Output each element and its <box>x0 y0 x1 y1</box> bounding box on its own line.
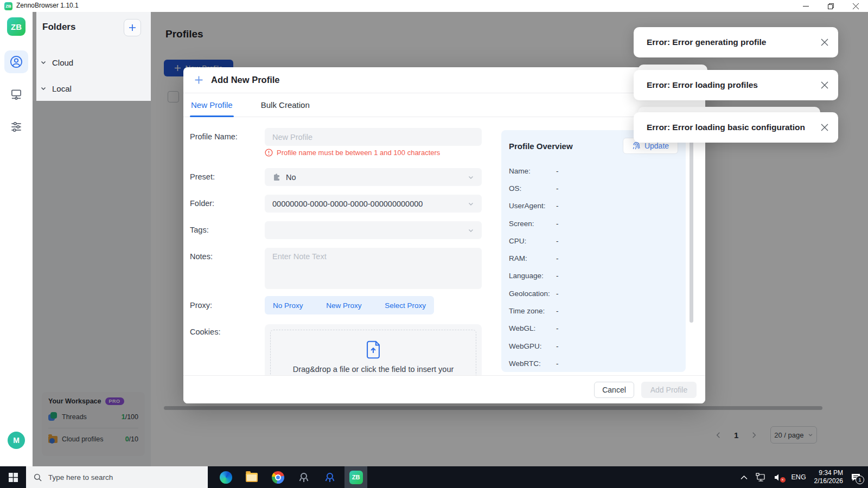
overview-key: UserAgent: <box>509 202 556 210</box>
proxy-option-select-proxy[interactable]: Select Proxy <box>385 301 426 310</box>
chevron-down-icon <box>468 201 474 207</box>
brand-logo[interactable]: ZB <box>7 17 25 36</box>
close-icon <box>821 81 828 89</box>
date: 2/16/2026 <box>814 477 843 485</box>
close-icon <box>821 38 828 46</box>
language-indicator[interactable]: ENG <box>792 473 806 481</box>
toast-close-button[interactable] <box>821 124 828 131</box>
tray-chevron-up-icon[interactable] <box>741 475 748 480</box>
system-tray: × ENG 9:34 PM 2/16/2026 1 <box>741 466 868 488</box>
overview-value: - <box>556 342 559 350</box>
title-bar: ZB ZennoBrowser 1.10.1 <box>0 0 868 12</box>
preset-select[interactable]: No <box>265 168 482 186</box>
toast-close-button[interactable] <box>821 81 828 89</box>
browser-app-icon <box>298 471 310 483</box>
overview-value: - <box>556 254 559 262</box>
windows-logo-icon <box>9 473 18 482</box>
overview-key: WebRTC: <box>509 359 556 368</box>
overview-value: - <box>556 307 559 315</box>
chevron-down-icon <box>468 174 474 181</box>
toast-error-generating-profile: Error: Error generating profile <box>634 27 838 57</box>
overview-key: WebGL: <box>509 324 556 332</box>
chrome-icon <box>272 471 284 484</box>
edge-icon <box>220 471 232 484</box>
overview-key: Language: <box>509 272 556 280</box>
folder-item-cloud[interactable]: Cloud <box>40 55 143 70</box>
add-profile-button[interactable]: Add Profile <box>641 382 697 398</box>
restore-icon <box>828 3 834 9</box>
nav-profiles[interactable] <box>4 50 28 73</box>
profile-name-error: Profile name must be between 1 and 100 c… <box>265 149 440 157</box>
proxy-option-new-proxy[interactable]: New Proxy <box>326 301 361 310</box>
taskbar-edge[interactable] <box>214 466 237 488</box>
minimize-button[interactable] <box>793 0 818 12</box>
folder-value: 00000000-0000-0000-0000-000000000000 <box>272 200 423 208</box>
tags-label: Tags: <box>190 226 209 234</box>
file-upload-icon <box>365 341 381 359</box>
proxy-label: Proxy: <box>190 301 212 310</box>
overview-row: Geolocation:- <box>509 285 678 302</box>
plus-icon <box>194 75 203 85</box>
overview-row: WebGPU:- <box>509 337 678 355</box>
modal-title: Add New Profile <box>211 75 280 85</box>
cancel-button[interactable]: Cancel <box>594 382 634 398</box>
zb-icon: ZB <box>349 471 363 484</box>
toast-close-button[interactable] <box>821 38 828 46</box>
overview-value: - <box>556 324 559 332</box>
file-explorer-icon <box>246 473 258 482</box>
taskbar-apps: ZB <box>214 466 367 488</box>
modal-header: Add New Profile <box>183 67 705 93</box>
taskbar-explorer[interactable] <box>240 466 263 488</box>
icon-rail: ZB M <box>0 12 33 466</box>
close-icon <box>821 124 828 131</box>
app-logo-icon: ZB <box>4 2 12 10</box>
overview-value: - <box>556 272 559 280</box>
taskbar-app-blue[interactable] <box>318 466 341 488</box>
restore-button[interactable] <box>818 0 843 12</box>
overview-value: - <box>556 202 559 210</box>
volume-muted[interactable]: × <box>774 473 783 481</box>
tab-bulk-creation[interactable]: Bulk Creation <box>260 100 311 117</box>
taskbar-app-gray[interactable] <box>292 466 315 488</box>
network-icon[interactable] <box>756 473 766 482</box>
folder-item-local[interactable]: Local <box>40 81 143 96</box>
overview-row: WebRTC:- <box>509 355 678 372</box>
overview-row: WebGL:- <box>509 320 678 337</box>
overview-row: Name:- <box>509 162 678 179</box>
notes-label: Notes: <box>190 252 213 261</box>
profile-name-input[interactable] <box>265 128 482 146</box>
taskbar-chrome[interactable] <box>266 466 289 488</box>
dropzone-text: Drag&drop a file or click the field to i… <box>281 365 465 374</box>
folder-select[interactable]: 00000000-0000-0000-0000-000000000000 <box>265 195 482 213</box>
tab-new-profile[interactable]: New Profile <box>190 100 234 117</box>
user-avatar[interactable]: M <box>8 432 25 449</box>
window-title: ZennoBrowser 1.10.1 <box>16 2 79 9</box>
overview-key: WebGPU: <box>509 342 556 350</box>
overview-key: Name: <box>509 167 556 175</box>
modal-scrollbar[interactable] <box>690 136 693 323</box>
profile-name-label: Profile Name: <box>190 132 238 141</box>
proxy-option-no-proxy[interactable]: No Proxy <box>273 301 303 310</box>
action-center[interactable]: 1 <box>851 473 860 481</box>
nav-proxies[interactable] <box>4 83 28 106</box>
start-button[interactable] <box>0 466 26 488</box>
notes-textarea[interactable] <box>265 248 482 289</box>
nav-settings[interactable] <box>4 115 28 138</box>
tags-select[interactable] <box>265 221 482 239</box>
error-text: Profile name must be between 1 and 100 c… <box>277 149 440 157</box>
chevron-down-icon <box>40 85 47 92</box>
proxy-network-icon <box>9 87 23 101</box>
toast-error-loading-basic-configuration: Error: Error loading basic configuration <box>634 112 838 143</box>
notification-count-badge: 1 <box>856 476 864 484</box>
add-folder-button[interactable] <box>124 19 141 36</box>
close-button[interactable] <box>843 0 868 12</box>
overview-row: CPU:- <box>509 232 678 249</box>
taskbar-clock[interactable]: 9:34 PM 2/16/2026 <box>814 469 843 485</box>
mute-badge: × <box>780 477 786 483</box>
overview-rows: Name:- OS:- UserAgent:- Screen:- CPU:- R… <box>509 162 678 373</box>
overview-value: - <box>556 167 559 175</box>
taskbar-search[interactable]: Type here to search <box>26 466 208 488</box>
taskbar-zennobrowser[interactable]: ZB <box>344 466 367 488</box>
modal-mask <box>33 101 151 466</box>
close-icon <box>853 3 859 9</box>
